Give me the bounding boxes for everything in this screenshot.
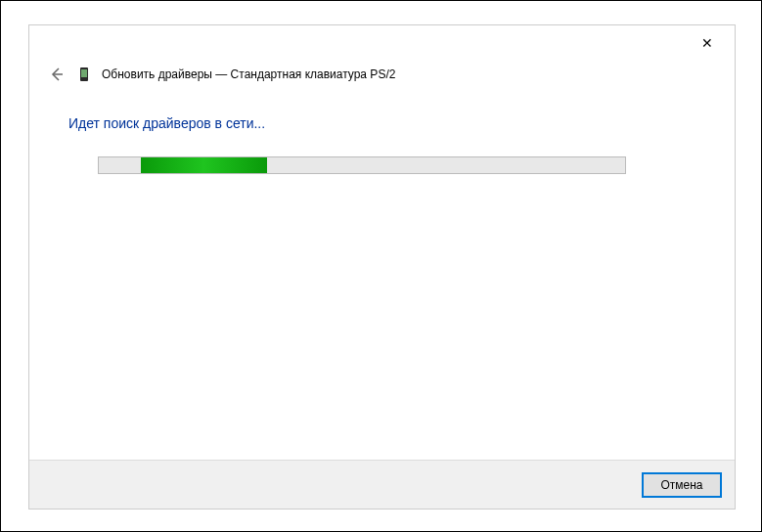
close-button[interactable]: ✕: [690, 29, 725, 57]
screenshot-frame: ✕ Обновить драйверы — Стандартная клавиа…: [0, 0, 762, 532]
titlebar: ✕: [29, 25, 735, 61]
status-text: Идет поиск драйверов в сети...: [68, 115, 695, 131]
dialog-title: Обновить драйверы — Стандартная клавиату…: [102, 67, 395, 81]
cancel-button-label: Отмена: [660, 478, 702, 492]
header-row: Обновить драйверы — Стандартная клавиату…: [29, 61, 735, 88]
progress-fill: [141, 157, 267, 173]
device-icon: [76, 66, 92, 82]
back-button[interactable]: [47, 65, 67, 84]
close-icon: ✕: [701, 35, 713, 51]
progress-bar: [98, 156, 626, 174]
back-arrow-icon: [49, 66, 65, 82]
cancel-button[interactable]: Отмена: [643, 473, 721, 497]
content-area: Идет поиск драйверов в сети...: [29, 88, 735, 460]
dialog-window: ✕ Обновить драйверы — Стандартная клавиа…: [28, 24, 736, 510]
footer: Отмена: [29, 460, 735, 509]
svg-rect-2: [81, 69, 87, 77]
